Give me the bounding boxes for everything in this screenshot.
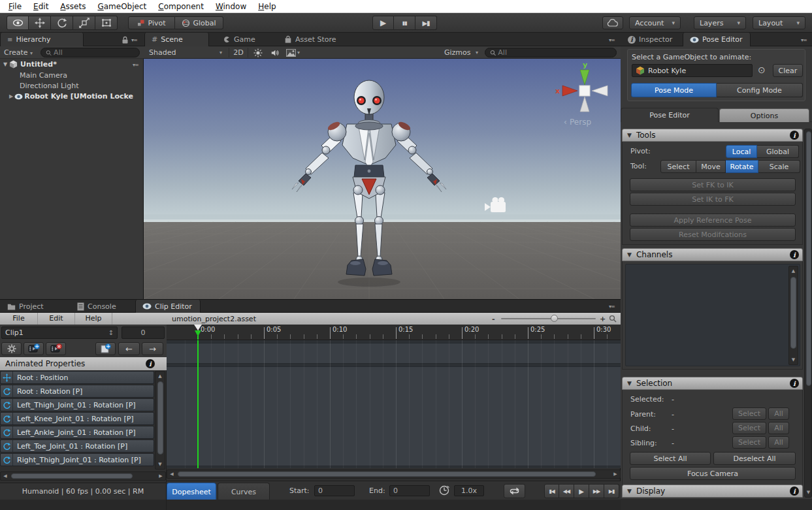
scroll-right-icon[interactable]: ▶ (157, 473, 165, 479)
start-field[interactable] (314, 485, 355, 496)
settings-button[interactable] (1, 342, 22, 355)
fast-forward-button[interactable]: ▶▶ (589, 484, 604, 498)
apply-reference-pose-button[interactable]: Apply Reference Pose (630, 214, 796, 227)
properties-scrollbar[interactable]: ▲ ▼ (155, 371, 165, 470)
pivot-local-button[interactable]: Local (726, 145, 757, 158)
rewind-button[interactable]: ◀◀ (559, 484, 574, 498)
scrollbar-thumb[interactable] (790, 277, 796, 349)
tab-pose-editor[interactable]: Pose Editor (683, 33, 751, 46)
track-band-main[interactable] (167, 366, 621, 466)
gizmo-center-cube[interactable] (579, 86, 590, 96)
gizmos-dropdown[interactable]: Gizmos▾ (441, 48, 481, 57)
pivot-toggle-button[interactable]: Pivot (128, 16, 175, 29)
property-row[interactable]: Left_Thigh_Joint_01 : Rotation [P] (0, 398, 154, 411)
scrollbar-thumb[interactable] (11, 473, 133, 479)
tool-scale-button[interactable]: Scale (758, 160, 800, 173)
tree-item-robot-kyle[interactable]: ▶ Robot Kyle [UMotion Locke (9, 91, 133, 102)
timeline-hscrollbar[interactable]: ◀ ▶ (167, 470, 621, 479)
tree-item-main-camera[interactable]: Main Camera (20, 70, 67, 80)
sibling-select-button[interactable]: Select (732, 436, 766, 449)
selection-section-header[interactable]: ▼ Selection i (622, 377, 803, 390)
tree-item-directional-light[interactable]: Directional Light (20, 80, 78, 91)
focus-camera-button[interactable]: Focus Camera (630, 467, 796, 480)
object-picker-icon[interactable]: ⊙ (758, 65, 766, 75)
scene-menu-icon[interactable]: ▾≡ (133, 62, 138, 68)
property-row[interactable]: Left_Ankle_Joint_01 : Rotation [P] (0, 426, 154, 439)
audio-toggle-icon[interactable] (270, 48, 280, 57)
scroll-down-icon[interactable]: ▼ (156, 460, 164, 468)
go-to-start-button[interactable]: ▮◀ (544, 484, 559, 498)
child-all-button[interactable]: All (768, 422, 789, 434)
config-mode-button[interactable]: Config Mode (717, 83, 803, 97)
lock-icon[interactable] (122, 36, 129, 44)
timeline-zoom-slider[interactable] (501, 318, 596, 319)
info-icon[interactable]: i (790, 486, 799, 496)
shading-dropdown[interactable]: Shaded▾ (146, 48, 225, 57)
add-clip-button[interactable]: + (24, 342, 44, 355)
lighting-toggle-icon[interactable] (253, 48, 263, 57)
info-icon[interactable]: i (790, 131, 799, 140)
end-input[interactable] (393, 486, 426, 495)
select-all-button[interactable]: Select All (630, 452, 711, 465)
foldout-closed-icon[interactable]: ▶ (9, 93, 13, 99)
tab-asset-store[interactable]: Asset Store (278, 33, 343, 46)
view-tool-button[interactable] (7, 16, 29, 30)
clip-select[interactable]: Clip1 ↕ (1, 327, 118, 339)
menu-window[interactable]: Window (210, 1, 252, 12)
play-button[interactable]: ▶ (372, 16, 394, 30)
track-band-summary[interactable] (167, 343, 621, 364)
info-icon[interactable]: i (790, 379, 799, 388)
frame-field[interactable] (122, 327, 165, 339)
menu-help[interactable]: Help (252, 1, 282, 12)
scrollbar-thumb[interactable] (178, 471, 596, 477)
play-animation-button[interactable]: ▶ (574, 484, 589, 498)
zoom-in-icon[interactable]: + (600, 315, 606, 323)
properties-hscrollbar[interactable]: ◀ ▶ (0, 471, 166, 481)
scrollbar-thumb[interactable] (806, 131, 811, 386)
cloud-button[interactable] (602, 16, 623, 29)
channels-scrollbar[interactable]: ▲ ▼ (788, 266, 798, 365)
set-fk-to-ik-button[interactable]: Set FK to IK (630, 178, 796, 191)
parent-select-button[interactable]: Select (732, 407, 766, 420)
pose-mode-button[interactable]: Pose Mode (631, 83, 717, 97)
tab-console[interactable]: Console (71, 300, 129, 313)
child-select-button[interactable]: Select (732, 422, 766, 434)
persp-label[interactable]: Persp (570, 118, 591, 127)
scrollbar-thumb[interactable] (157, 381, 163, 454)
tool-select-button[interactable]: Select (660, 160, 696, 173)
property-row[interactable]: Right_Thigh_Joint_01 : Rotation [P] (0, 453, 154, 466)
tool-rotate-button[interactable]: Rotate (726, 160, 758, 173)
timeline-ruler[interactable]: 0:000:050:100:150:200:250:30 (167, 325, 621, 340)
info-icon[interactable]: i (146, 359, 155, 368)
step-button[interactable]: ▶▮ (415, 16, 437, 30)
tab-game[interactable]: Game (216, 33, 265, 46)
clip-menu-help[interactable]: Help (75, 313, 112, 325)
sibling-all-button[interactable]: All (768, 436, 789, 449)
loop-button[interactable] (504, 484, 525, 498)
scale-tool-button[interactable] (73, 16, 95, 30)
foldout-open-icon[interactable]: ▼ (1, 61, 9, 67)
scene-search-input[interactable] (498, 48, 611, 57)
tab-clip-editor[interactable]: Clip Editor (135, 300, 201, 313)
scroll-left-icon[interactable]: ◀ (168, 471, 176, 477)
menu-component[interactable]: Component (152, 1, 210, 12)
scroll-right-icon[interactable]: ▶ (611, 471, 619, 477)
prev-frame-button[interactable]: ← (118, 342, 140, 355)
search-icon[interactable] (609, 315, 617, 323)
tab-dopesheet[interactable]: Dopesheet (167, 483, 216, 500)
subtab-pose-editor[interactable]: Pose Editor (621, 108, 719, 122)
playhead-line[interactable] (197, 340, 199, 468)
delete-clip-button[interactable]: × (46, 342, 66, 355)
scroll-up-icon[interactable]: ▲ (156, 372, 164, 380)
deselect-all-button[interactable]: Deselect All (713, 452, 796, 465)
playhead-marker-white[interactable] (194, 325, 202, 330)
gameobject-field[interactable]: Robot Kyle (632, 64, 753, 77)
rotate-tool-button[interactable] (51, 16, 73, 30)
end-field[interactable] (389, 485, 430, 496)
clear-button[interactable]: Clear (773, 64, 803, 77)
global-toggle-button[interactable]: Global (175, 16, 223, 29)
set-ik-to-fk-button[interactable]: Set IK to FK (630, 193, 796, 206)
parent-all-button[interactable]: All (768, 407, 789, 420)
menu-edit[interactable]: Edit (27, 1, 54, 12)
start-input[interactable] (318, 486, 351, 495)
